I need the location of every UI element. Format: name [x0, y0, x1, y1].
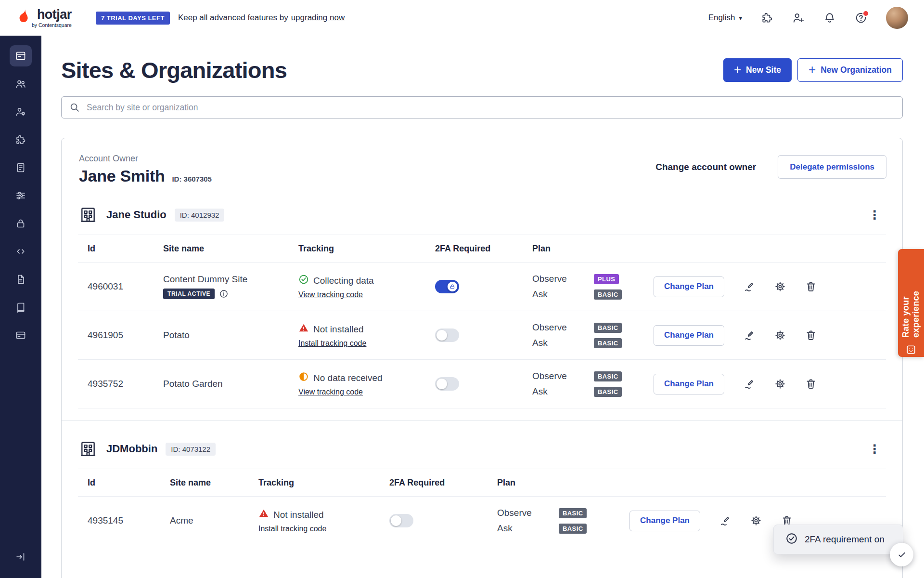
- logo-text: hotjar by Contentsquare: [32, 8, 72, 28]
- edit-signature-icon[interactable]: [719, 515, 731, 526]
- plan-tier-badge: BASIC: [594, 387, 622, 397]
- edit-signature-icon[interactable]: [744, 281, 755, 292]
- table-header-row: Id Site name Tracking 2FA Required Plan: [78, 469, 886, 497]
- logo-byline: by Contentsquare: [32, 22, 72, 28]
- change-plan-button[interactable]: Change Plan: [654, 325, 724, 346]
- invite-user-icon[interactable]: [792, 12, 805, 24]
- change-account-owner-link[interactable]: Change account owner: [655, 162, 756, 172]
- delete-trash-icon[interactable]: [805, 281, 817, 292]
- col-header-site-name: Site name: [163, 244, 298, 254]
- delete-trash-icon[interactable]: [805, 329, 817, 341]
- topbar-right: English ▾: [708, 7, 908, 29]
- table-header-row: Id Site name Tracking 2FA Required Plan: [78, 235, 886, 263]
- site-row: 4960031 Content Dummy Site TRIAL ACTIVE: [78, 263, 886, 311]
- view-tracking-code-link[interactable]: View tracking code: [298, 388, 363, 396]
- sidebar-item-invoices[interactable]: [10, 269, 32, 290]
- plan-tier-badge: BASIC: [594, 289, 622, 300]
- install-tracking-code-link[interactable]: Install tracking code: [258, 525, 326, 533]
- help-icon[interactable]: [855, 12, 867, 24]
- new-organization-button[interactable]: + New Organization: [797, 58, 903, 82]
- twofa-toggle[interactable]: [435, 328, 459, 342]
- organization-building-icon: [79, 440, 97, 458]
- site-name: Content Dummy Site: [163, 274, 298, 285]
- notifications-bell-icon[interactable]: [823, 12, 836, 24]
- new-site-button[interactable]: + New Site: [723, 58, 792, 82]
- install-tracking-code-link[interactable]: Install tracking code: [298, 339, 366, 348]
- sidebar-item-preferences[interactable]: [10, 185, 32, 206]
- sidebar-item-integrations[interactable]: [10, 129, 32, 150]
- twofa-toast: 2FA requirement on: [773, 525, 903, 554]
- site-id: 4961905: [78, 330, 163, 341]
- change-plan-button[interactable]: Change Plan: [654, 276, 724, 297]
- plan-tier-badge: BASIC: [594, 371, 622, 381]
- plan-product: Ask: [497, 523, 559, 534]
- sidebar-item-user-management[interactable]: [10, 101, 32, 122]
- twofa-toggle[interactable]: [435, 280, 459, 293]
- puzzle-icon: [15, 134, 26, 145]
- plan-product: Observe: [497, 508, 559, 518]
- tracking-status: Not installed: [273, 510, 324, 520]
- document-icon: [15, 274, 26, 285]
- user-avatar[interactable]: [886, 7, 908, 29]
- sidebar-item-sign-out[interactable]: [10, 546, 32, 567]
- org-section-jane-studio: Jane Studio ID: 4012932 ⋮ Id Site name T…: [62, 206, 902, 408]
- org-menu-kebab-icon[interactable]: ⋮: [869, 443, 881, 455]
- app-root: hotjar by Contentsquare 7 TRIAL DAYS LEF…: [0, 0, 924, 578]
- twofa-toggle[interactable]: [389, 514, 413, 527]
- col-header-plan: Plan: [497, 478, 629, 488]
- hotjar-logo[interactable]: hotjar by Contentsquare: [16, 8, 72, 28]
- account-owner-label: Account Owner: [79, 154, 212, 164]
- site-settings-gear-icon[interactable]: [750, 515, 762, 526]
- tracking-status: Not installed: [313, 324, 364, 335]
- feedback-tab[interactable]: Rate your experience: [898, 249, 924, 357]
- site-settings-gear-icon[interactable]: [774, 329, 786, 341]
- site-id: 4935752: [78, 379, 163, 389]
- hotjar-flame-icon: [16, 8, 30, 23]
- form-icon: [15, 162, 26, 173]
- sidebar-item-guides[interactable]: [10, 297, 32, 318]
- delegate-permissions-button[interactable]: Delegate permissions: [778, 155, 886, 179]
- plan-product: Ask: [532, 386, 594, 397]
- organization-id-badge: ID: 4012932: [175, 209, 225, 222]
- site-row: 4935145 Acme Not installed Install track…: [78, 497, 886, 545]
- toast-message: 2FA requirement on: [805, 534, 885, 545]
- sidebar-item-tracking-code[interactable]: [10, 241, 32, 262]
- topbar: hotjar by Contentsquare 7 TRIAL DAYS LEF…: [0, 0, 924, 36]
- section-divider: [62, 420, 902, 420]
- trial-active-badge: TRIAL ACTIVE: [163, 289, 215, 299]
- integrations-icon[interactable]: [761, 12, 773, 24]
- site-settings-gear-icon[interactable]: [774, 378, 786, 390]
- feedback-fab-button[interactable]: [890, 543, 913, 566]
- edit-signature-icon[interactable]: [744, 329, 755, 341]
- search-input[interactable]: [61, 96, 903, 118]
- view-tracking-code-link[interactable]: View tracking code: [298, 290, 363, 299]
- upgrade-now-link[interactable]: upgrading now: [291, 13, 345, 23]
- org-menu-kebab-icon[interactable]: ⋮: [869, 209, 881, 221]
- twofa-toggle[interactable]: [435, 377, 459, 391]
- change-plan-button[interactable]: Change Plan: [629, 511, 700, 531]
- account-owner-block: Account Owner Jane Smith ID: 3607305: [79, 154, 212, 185]
- sidebar-item-team[interactable]: [10, 73, 32, 94]
- edit-signature-icon[interactable]: [744, 378, 755, 390]
- sidebar-item-forms[interactable]: [10, 157, 32, 178]
- user-settings-icon: [15, 106, 26, 118]
- site-name: Potato: [163, 330, 298, 341]
- col-header-tracking: Tracking: [258, 478, 389, 488]
- col-header-tracking: Tracking: [298, 244, 435, 254]
- plan-tier-badge: BASIC: [559, 508, 587, 518]
- account-owner-name: Jane Smith: [79, 167, 165, 185]
- site-id: 4960031: [78, 281, 163, 292]
- sidebar-item-billing[interactable]: [10, 325, 32, 346]
- trial-days-badge: 7 TRIAL DAYS LEFT: [96, 12, 170, 25]
- sidebar-item-security[interactable]: [10, 213, 32, 234]
- info-icon[interactable]: [219, 289, 229, 299]
- delete-trash-icon[interactable]: [805, 378, 817, 390]
- logo-wordmark: hotjar: [37, 8, 72, 21]
- change-plan-button[interactable]: Change Plan: [654, 374, 724, 394]
- search-bar: [61, 96, 903, 118]
- site-settings-gear-icon[interactable]: [774, 281, 786, 292]
- sidebar-item-sites[interactable]: [10, 45, 32, 66]
- site-name: Potato Garden: [163, 379, 298, 389]
- language-selector[interactable]: English ▾: [708, 13, 742, 23]
- sites-table: Id Site name Tracking 2FA Required Plan …: [78, 235, 886, 408]
